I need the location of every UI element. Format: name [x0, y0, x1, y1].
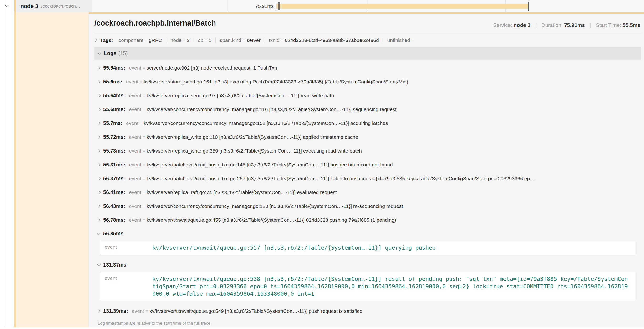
- log-key: event: [129, 176, 141, 182]
- log-key: event: [129, 93, 141, 98]
- chevron-down-icon: [97, 232, 100, 235]
- log-row[interactable]: 55.6ms:event=kv/kvserver/store_send.go:1…: [94, 75, 641, 89]
- equals-sign: =: [142, 218, 145, 223]
- chevron-down-icon[interactable]: [4, 2, 9, 7]
- chevron-right-icon: [97, 177, 100, 180]
- log-key: event: [126, 120, 138, 126]
- log-marker: [276, 2, 276, 10]
- log-field-key: event: [100, 244, 152, 252]
- start-time-value: 55.5ms: [622, 22, 640, 28]
- span-duration-bar[interactable]: [276, 4, 529, 8]
- equals-sign: =: [183, 38, 186, 43]
- log-key: event: [132, 308, 144, 314]
- equals-sign: =: [142, 190, 145, 195]
- span-detail-panel: /cockroach.roachpb.Internal/Batch Servic…: [89, 12, 644, 327]
- log-field-value[interactable]: kv/kvserver/txnwait/queue.go:557 [n3,s3,…: [152, 244, 635, 252]
- chevron-right-icon: [97, 204, 100, 208]
- log-row-expanded-header[interactable]: 131.37ms: [94, 258, 641, 272]
- span-row: node 3 /cockroach.roach… 75.91ms: [0, 0, 644, 12]
- tag-key: span.kind: [220, 38, 241, 43]
- start-time-label: Start Time:: [596, 22, 621, 28]
- log-field-value[interactable]: kv/kvserver/txnwait/queue.go:538 [n3,s3,…: [152, 275, 635, 298]
- log-row[interactable]: 55.64ms:event=kv/kvserver/replica_send.g…: [94, 89, 641, 102]
- chevron-right-icon: [97, 191, 100, 194]
- duration-label: Duration:: [542, 22, 563, 28]
- tags-row[interactable]: Tags: component=gRPCnode=3sb=1span.kind=…: [94, 34, 641, 47]
- tag-key: unfinished: [387, 38, 410, 43]
- equals-sign: =: [142, 162, 145, 167]
- log-row[interactable]: 55.7ms:event=kv/kvserver/concurrency/con…: [94, 116, 641, 130]
- log-marker-end: [528, 2, 529, 11]
- span-service-name: node 3: [20, 3, 38, 10]
- tag-value: 3: [187, 38, 190, 43]
- log-value: kv/kvserver/store_send.go:161 [n3,s3] ex…: [144, 79, 408, 85]
- log-marker: [280, 2, 281, 10]
- selected-span-highlight: [14, 12, 89, 327]
- log-value: kv/kvserver/replica_write.go:110 [n3,s3,…: [146, 134, 358, 140]
- log-row[interactable]: 131.39ms:event=kv/kvserver/txnwait/queue…: [94, 304, 641, 318]
- log-row[interactable]: 56.37ms:event=kv/kvserver/batcheval/cmd_…: [94, 172, 641, 186]
- log-key: event: [129, 134, 141, 140]
- log-row[interactable]: 56.31ms:event=kv/kvserver/batcheval/cmd_…: [94, 158, 641, 172]
- service-value: node 3: [514, 22, 530, 28]
- log-row[interactable]: 55.54ms:event=server/node.go:902 [n3] no…: [94, 61, 641, 75]
- log-key: event: [129, 65, 141, 71]
- log-row[interactable]: 56.78ms:event=kv/kvserver/txnwait/queue.…: [94, 213, 641, 227]
- chevron-down-icon: [98, 51, 101, 54]
- log-value: kv/kvserver/replica_send.go:97 [n3,s3,r6…: [146, 93, 334, 98]
- log-row-expanded-header[interactable]: 56.85ms: [94, 227, 641, 240]
- log-value: server/node.go:902 [n3] node received re…: [146, 65, 277, 71]
- tags-list: component=gRPCnode=3sb=1span.kind=server…: [114, 38, 419, 43]
- column-divider: [4, 12, 4, 327]
- log-marker: [278, 2, 278, 10]
- equals-sign: =: [146, 309, 148, 314]
- log-rows: 55.54ms:event=server/node.go:902 [n3] no…: [94, 61, 641, 318]
- service-label: Service:: [493, 22, 512, 28]
- span-timeline[interactable]: 75.91ms: [92, 0, 644, 12]
- tag-value: 1: [209, 38, 212, 43]
- equals-sign: =: [243, 38, 245, 43]
- log-key: event: [129, 162, 141, 168]
- log-value: kv/kvserver/batcheval/cmd_push_txn.go:26…: [146, 176, 535, 182]
- equals-sign: =: [142, 148, 145, 154]
- log-row[interactable]: 55.68ms:event=kv/kvserver/concurrency/co…: [94, 102, 641, 116]
- log-row[interactable]: 56.43ms:event=kv/kvserver/concurrency/co…: [94, 199, 641, 213]
- equals-sign: =: [205, 38, 207, 43]
- log-row[interactable]: 55.72ms:event=kv/kvserver/replica_write.…: [94, 130, 641, 144]
- equals-sign: =: [412, 38, 414, 43]
- tag-item: txnid=024d3323-6c8f-4863-aa8b-37ab0e6349…: [265, 38, 383, 43]
- log-marker: [279, 2, 280, 10]
- log-timestamp: 55.7ms:: [103, 120, 122, 126]
- chevron-right-icon: [97, 149, 100, 152]
- log-timestamp: 56.37ms:: [103, 176, 125, 182]
- log-timestamp: 56.31ms:: [103, 162, 125, 168]
- logs-section-header[interactable]: Logs (15): [94, 47, 641, 60]
- log-value: kv/kvserver/concurrency/concurrency_mana…: [146, 106, 396, 112]
- log-key: event: [129, 148, 141, 154]
- meta-separator: |: [590, 22, 591, 28]
- tag-item: node=3: [166, 38, 194, 43]
- tag-key: node: [170, 38, 182, 43]
- tag-value: 024d3323-6c8f-4863-aa8b-37ab0e63496d: [285, 38, 379, 43]
- log-value: kv/kvserver/txnwait/queue.go:455 [n3,s3,…: [146, 217, 396, 223]
- equals-sign: =: [142, 66, 145, 70]
- log-key: event: [129, 190, 141, 195]
- logs-title: Logs: [104, 50, 116, 56]
- equals-sign: =: [142, 204, 145, 209]
- span-detail-header: /cockroach.roachpb.Internal/Batch Servic…: [94, 19, 641, 34]
- chevron-right-icon: [97, 310, 100, 313]
- tag-item: sb=1: [194, 38, 216, 43]
- duration-value: 75.91ms: [564, 22, 585, 28]
- span-meta: Service: node 3 | Duration: 75.91ms | St…: [493, 22, 640, 28]
- equals-sign: =: [140, 121, 142, 126]
- log-row[interactable]: 56.41ms:event=kv/kvserver/replica_raft.g…: [94, 186, 641, 199]
- log-timestamp: 56.41ms:: [103, 190, 125, 196]
- log-marker: [277, 2, 278, 10]
- log-row[interactable]: 55.73ms:event=kv/kvserver/replica_write.…: [94, 144, 641, 158]
- log-field-key: event: [100, 275, 152, 298]
- span-name-tab[interactable]: node 3 /cockroach.roach…: [14, 0, 92, 12]
- log-timestamp: 55.72ms:: [103, 134, 125, 140]
- chevron-right-icon: [97, 218, 100, 222]
- log-timestamp: 55.68ms:: [103, 106, 125, 112]
- span-name-column: [0, 12, 89, 327]
